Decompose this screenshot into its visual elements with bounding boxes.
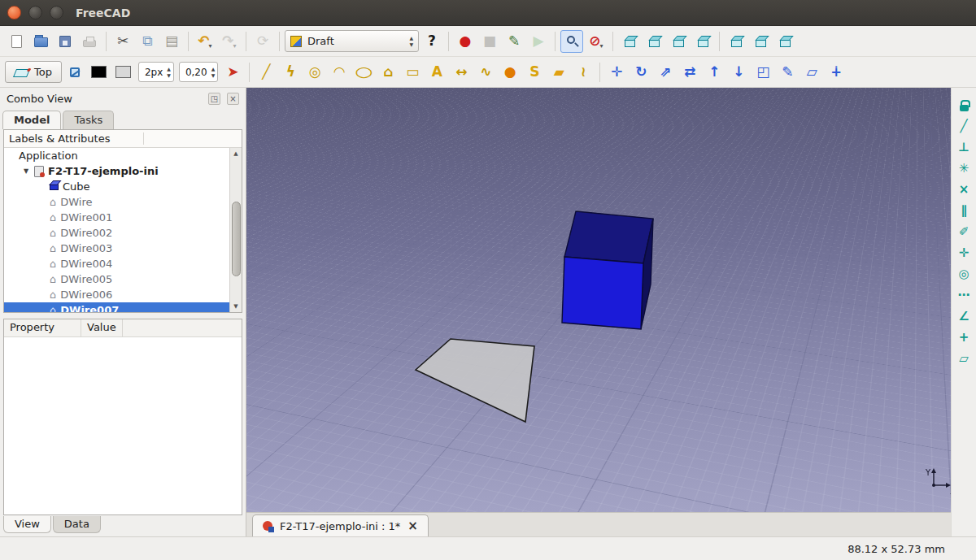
- line-width-spin-down-icon[interactable]: ▼: [167, 72, 171, 79]
- minimize-window-button[interactable]: [28, 6, 42, 20]
- text-size-spin-up-icon[interactable]: ▲: [211, 66, 216, 72]
- line-color-swatch[interactable]: [88, 61, 111, 84]
- workbench-selector-arrows[interactable]: ▲▼: [409, 35, 413, 48]
- tree-item-dwire006[interactable]: ⌂DWire006: [4, 287, 229, 302]
- draft-point[interactable]: ●: [499, 61, 521, 84]
- macro-record[interactable]: ●: [454, 30, 477, 53]
- tab-model[interactable]: Model: [2, 111, 61, 129]
- draft-bezier[interactable]: ≀: [572, 61, 595, 84]
- tree-scrollbar[interactable]: ▲ ▼: [229, 148, 242, 312]
- tab-tasks[interactable]: Tasks: [63, 111, 114, 129]
- draft-circle[interactable]: ◎: [303, 61, 326, 84]
- new-document[interactable]: [5, 30, 28, 53]
- snap-grid[interactable]: ✳: [953, 159, 974, 178]
- view-rear[interactable]: [725, 30, 747, 53]
- tree-item-dwire001[interactable]: ⌂DWire001: [4, 210, 229, 225]
- workbench-selector-down-icon[interactable]: ▼: [409, 41, 413, 48]
- cube-front-face[interactable]: [562, 257, 643, 329]
- draft-scale[interactable]: ◰: [752, 61, 774, 84]
- text-size-spin-down-icon[interactable]: ▼: [211, 72, 216, 79]
- cube-object[interactable]: [562, 211, 653, 329]
- 3d-scene[interactable]: Y X: [246, 88, 951, 512]
- tree-item-dwire005[interactable]: ⌂DWire005: [4, 271, 229, 287]
- tree-item-dwire004[interactable]: ⌂DWire004: [4, 256, 229, 271]
- draft-ellipse[interactable]: ○: [352, 61, 375, 84]
- scroll-up-icon[interactable]: ▲: [233, 148, 237, 159]
- tab-data[interactable]: Data: [53, 516, 101, 533]
- scrollbar-thumb[interactable]: [232, 202, 241, 276]
- tree-item-dwire[interactable]: ⌂DWire: [4, 194, 229, 210]
- draw-style-dropdown[interactable]: ▾: [600, 42, 603, 50]
- line-width-spin-arrows[interactable]: ▲▼: [167, 66, 171, 79]
- tab-view[interactable]: View: [3, 516, 51, 533]
- tree-item-dwire002[interactable]: ⌂DWire002: [4, 225, 229, 241]
- snap-center[interactable]: ◎: [953, 265, 974, 284]
- workbench-selector-up-icon[interactable]: ▲: [409, 35, 413, 41]
- undo[interactable]: ↶▾: [194, 30, 216, 53]
- draft-facebinder[interactable]: ▰: [547, 61, 570, 84]
- workbench-selector[interactable]: Draft▲▼: [285, 30, 419, 52]
- close-document-icon[interactable]: ×: [407, 519, 418, 533]
- snap-dimensions[interactable]: +: [953, 328, 974, 347]
- view-axonometric[interactable]: [618, 30, 641, 53]
- tree-item-f2-t17-ejemplo-ini[interactable]: ▼F2-T17-ejemplo-ini: [4, 163, 229, 179]
- draft-polyline[interactable]: ϟ: [279, 61, 302, 84]
- apply-current-style[interactable]: ➤: [221, 61, 244, 84]
- view-bottom[interactable]: [749, 30, 772, 53]
- float-panel-button[interactable]: ◳: [208, 93, 220, 105]
- draft-line[interactable]: ╱: [255, 61, 277, 84]
- snap-perpendicular[interactable]: ⊥: [953, 138, 974, 157]
- snap-special[interactable]: ⋯: [953, 286, 974, 305]
- draft-arc[interactable]: ◠: [328, 61, 351, 84]
- open-folder[interactable]: [29, 30, 52, 53]
- draft-shapestring[interactable]: S: [523, 61, 546, 84]
- snap-ortho[interactable]: ✛: [953, 244, 974, 263]
- cube-top-face[interactable]: [564, 211, 653, 263]
- snap-intersection[interactable]: ×: [953, 180, 974, 199]
- draft-add-point[interactable]: ∔: [825, 61, 847, 84]
- maximize-window-button[interactable]: [50, 6, 63, 20]
- undo-dropdown[interactable]: ▾: [209, 42, 212, 50]
- redo-dropdown[interactable]: ▾: [233, 42, 237, 50]
- draft-downgrade[interactable]: ↓: [727, 61, 750, 84]
- cut[interactable]: ✂: [111, 30, 134, 53]
- view-right[interactable]: [691, 30, 714, 53]
- tree-item-cube[interactable]: Cube: [4, 179, 229, 194]
- text-size-spin-arrows[interactable]: ▲▼: [211, 66, 216, 79]
- text-size-spin[interactable]: 0,20▲▼: [179, 62, 218, 82]
- snap-lock[interactable]: [953, 96, 974, 115]
- draft-text[interactable]: A: [425, 61, 448, 84]
- paste[interactable]: ▤: [160, 30, 183, 53]
- tree-item-dwire003[interactable]: ⌂DWire003: [4, 241, 229, 256]
- draft-edit[interactable]: ✎: [776, 61, 799, 84]
- working-plane-button[interactable]: Top: [5, 61, 62, 83]
- copy[interactable]: ⧉: [136, 30, 159, 53]
- tree-item-dwire007[interactable]: ⌂DWire007: [4, 302, 229, 312]
- draw-style[interactable]: ⊘▾: [585, 30, 608, 53]
- close-panel-button[interactable]: ×: [227, 93, 239, 105]
- draft-rotate[interactable]: ↻: [630, 61, 652, 84]
- whats-this[interactable]: ?: [420, 30, 443, 53]
- draft-shape2dview[interactable]: ▱: [800, 61, 823, 84]
- tree-item-application[interactable]: Application: [4, 148, 229, 163]
- construction-mode-toggle[interactable]: [63, 61, 86, 84]
- document-tab[interactable]: F2-T17-ejemplo-ini : 1* ×: [252, 514, 429, 536]
- draft-dimension[interactable]: ↔: [450, 61, 473, 84]
- line-width-spin-up-icon[interactable]: ▲: [167, 66, 171, 72]
- snap-parallel[interactable]: ∥: [953, 202, 974, 220]
- draft-upgrade[interactable]: ↑: [703, 61, 725, 84]
- view-front[interactable]: [643, 30, 665, 53]
- draft-trim[interactable]: ⇄: [678, 61, 701, 84]
- snap-angle[interactable]: ∠: [953, 307, 974, 326]
- 3d-viewport[interactable]: Y X: [246, 88, 951, 512]
- save[interactable]: [54, 30, 76, 53]
- close-window-button[interactable]: [7, 6, 21, 20]
- snap-working-plane[interactable]: ▱: [953, 349, 974, 368]
- view-top[interactable]: [667, 30, 690, 53]
- snap-extension[interactable]: ✐: [953, 223, 974, 241]
- line-width-spin[interactable]: 2px▲▼: [138, 62, 174, 82]
- face-color-swatch[interactable]: [112, 61, 135, 84]
- snap-endpoint[interactable]: ╱: [953, 117, 974, 136]
- macro-edit[interactable]: ✎: [503, 30, 525, 53]
- expander-icon[interactable]: ▼: [24, 167, 34, 175]
